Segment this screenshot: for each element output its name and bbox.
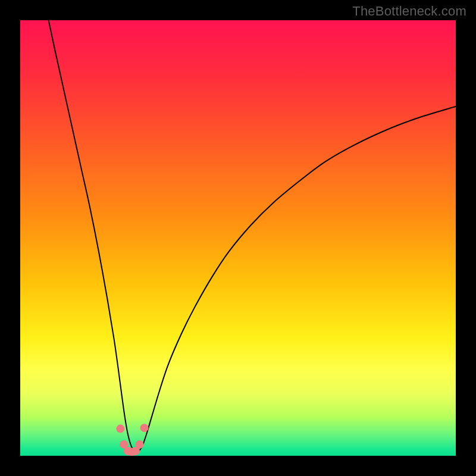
attribution-text: TheBottleneck.com	[352, 4, 466, 19]
marker-dot	[136, 440, 144, 449]
bottleneck-curve	[49, 20, 456, 452]
marker-dot	[140, 424, 149, 432]
plot-area	[20, 20, 456, 456]
marker-dot	[116, 425, 124, 433]
curve-layer	[20, 20, 456, 456]
curve-markers	[116, 424, 148, 456]
chart-frame: TheBottleneck.com	[0, 0, 476, 476]
